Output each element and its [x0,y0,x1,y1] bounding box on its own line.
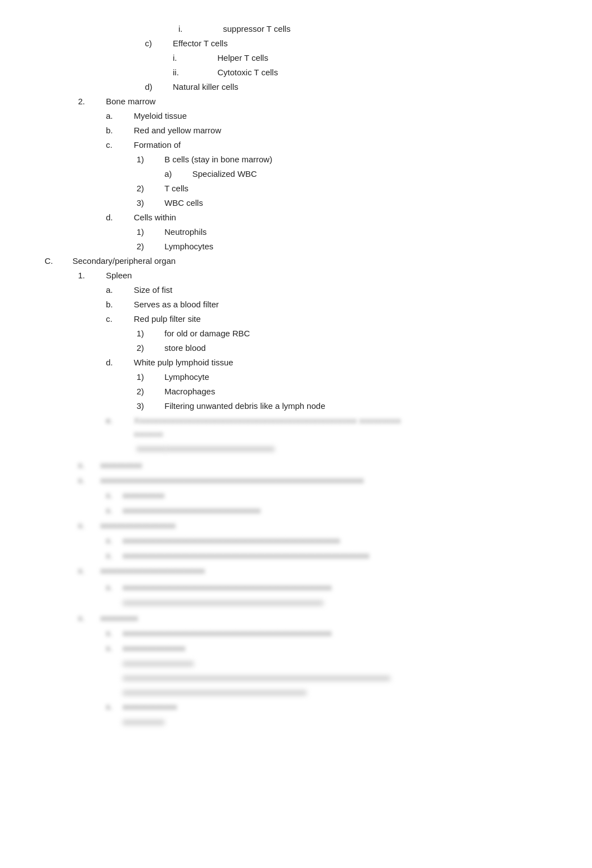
list-text: Lymphocytes [164,240,213,253]
list-item: i. suppressor T cells [178,22,559,36]
list-text: for old or damage RBC [164,327,250,340]
list-label: a. [106,109,134,123]
list-text: store blood [164,341,206,355]
list-text: Formation of [134,138,181,152]
document-outline: i. suppressor T cells c) Effector T cell… [33,22,559,729]
list-text: WBC cells [164,196,203,210]
list-item: 2) Lymphocytes [137,240,559,253]
list-label: 2) [137,341,164,355]
list-text: Lymphocyte [164,370,209,384]
list-label: 1) [137,153,164,166]
list-item: d. White pulp lymphoid tissue [106,356,559,369]
list-label: 1. [78,269,106,282]
list-item: 2) Macrophages [137,385,559,398]
list-text: Myeloid tissue [134,109,187,123]
list-label: 1) [137,370,164,384]
list-text: Specialized WBC [192,167,257,181]
list-text: Filtering unwanted debris like a lymph n… [164,399,326,413]
list-item: d. Cells within [106,211,559,224]
list-label: d. [106,211,134,224]
list-text: Spleen [106,269,132,282]
list-item: d) Natural killer cells [145,80,559,94]
list-text: Red pulp filter site [134,312,201,326]
blurred-item-4: x. xxxxxxxxx x. xxxxxxxxxxxxxxxxxxxxxxxx… [78,611,559,729]
list-item: 1) Neutrophils [137,225,559,239]
list-label: c. [106,138,134,152]
list-label: e. [106,414,134,427]
list-label: 2) [137,240,164,253]
list-item: b. Red and yellow marrow [106,124,559,137]
list-item: 3) Filtering unwanted debris like a lymp… [137,399,559,413]
list-item: a) Specialized WBC [164,167,559,181]
list-text: Natural killer cells [173,80,239,94]
list-item: c. Formation of [106,138,559,152]
list-label: 1) [137,327,164,340]
list-item: a. Myeloid tissue [106,109,559,123]
list-label: 2) [137,182,164,195]
list-text: Cytotoxic T cells [217,66,278,79]
list-text: Neutrophils [164,225,207,239]
list-label: C. [45,254,72,268]
list-text: Effector T cells [173,37,227,50]
list-item: C. Secondary/peripheral organ [45,254,559,268]
list-text: Macrophages [164,385,215,398]
list-text: Red and yellow marrow [134,124,221,137]
list-item: c) Effector T cells [145,37,559,50]
list-text: B cells (stay in bone marrow) [164,153,272,166]
list-label: i. [173,51,217,65]
list-item: 1) for old or damage RBC [137,327,559,340]
list-text: Serves as a blood filter [134,298,219,311]
list-item: 3) WBC cells [137,196,559,210]
list-item: 2) T cells [137,182,559,195]
list-text: Helper T cells [217,51,268,65]
list-text: Secondary/peripheral organ [72,254,176,268]
list-label: ii. [173,66,217,79]
list-text: T cells [164,182,188,195]
list-label: c. [106,312,134,326]
list-label: b. [106,298,134,311]
list-item: e. Xxxxxxxxxxxxxxxxxxxxxxxxxxxxxxxxxxxxx… [106,414,559,441]
list-item: b. Serves as a blood filter [106,298,559,311]
list-item: 2. Bone marrow [78,95,559,108]
list-label: a. [106,283,134,297]
list-item: ii. Cytotoxic T cells [173,66,559,79]
list-item: 1. Spleen [78,269,559,282]
list-label: b. [106,124,134,137]
list-text: Size of fist [134,283,172,297]
list-item: c. Red pulp filter site [106,312,559,326]
blurred-items: x. xxxxxxxxxx x. xxxxxxxxxxxxxxxxxxxxxxx… [78,459,559,609]
list-text: Bone marrow [106,95,156,108]
list-label: i. [178,22,223,36]
list-text: Cells within [134,211,176,224]
list-item: a. Size of fist [106,283,559,297]
list-label: c) [145,37,173,50]
list-text-blurred: Xxxxxxxxxxxxxxxxxxxxxxxxxxxxxxxxxxxxxxxx… [134,414,413,441]
list-label: 3) [137,399,164,413]
list-text: White pulp lymphoid tissue [134,356,233,369]
list-label: d. [106,356,134,369]
list-label: d) [145,80,173,94]
list-item: i. Helper T cells [173,51,559,65]
list-label: a) [164,167,192,181]
list-text: suppressor T cells [223,22,290,36]
list-label: 2) [137,385,164,398]
list-item: 1) Lymphocyte [137,370,559,384]
list-label: 3) [137,196,164,210]
blurred-section: xxxxxxx xxxxxxxxxxxxxxxxxxxxxxxxxx [137,442,559,455]
list-item: 2) store blood [137,341,559,355]
list-item: 1) B cells (stay in bone marrow) [137,153,559,166]
list-label: 1) [137,225,164,239]
list-label: 2. [78,95,106,108]
